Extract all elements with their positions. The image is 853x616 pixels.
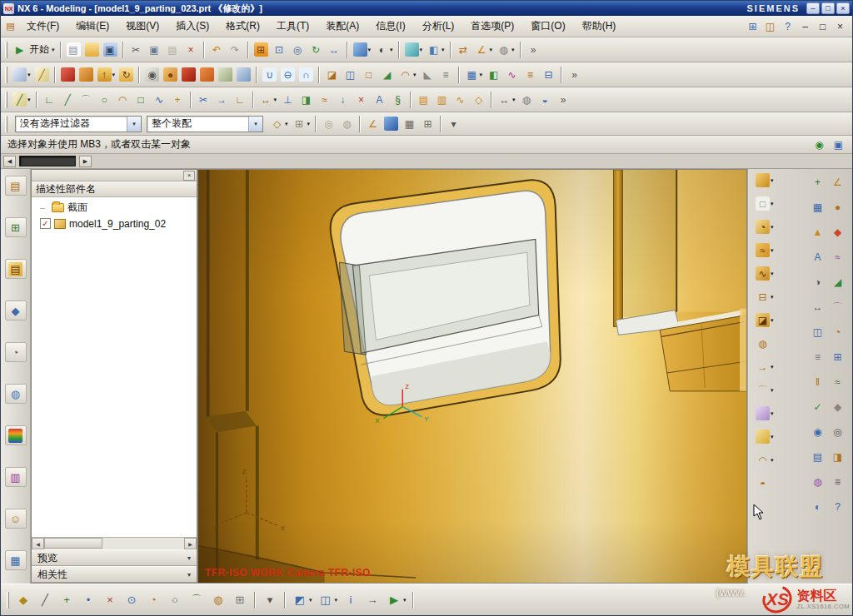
menu-format[interactable]: 格式(R) (217, 16, 268, 37)
column-header[interactable]: 描述性部件名 (32, 181, 197, 197)
split-body-icon[interactable]: ◫ (342, 66, 359, 83)
draft-icon[interactable]: ◢ (378, 66, 396, 83)
sew-icon[interactable]: ∿ (503, 66, 521, 83)
bounded-grid-icon[interactable]: ⊞ (230, 590, 250, 610)
control-point-icon[interactable]: • (78, 590, 98, 610)
toolbar-grip[interactable] (5, 92, 7, 108)
hd3d-tools-icon[interactable]: ◔ (5, 342, 27, 362)
camera-icon[interactable]: ◎ (830, 424, 847, 440)
unite-icon[interactable]: ∪ (261, 66, 278, 83)
revolve-icon[interactable]: ↻ (117, 66, 135, 83)
show-hide-icon[interactable]: ◍▾ (495, 41, 516, 58)
delete-icon[interactable]: × (182, 41, 200, 58)
swept-surface-icon[interactable]: ∿▾ (755, 266, 775, 281)
full-screen-icon[interactable]: ⊞ (744, 17, 761, 35)
point-icon[interactable]: + (169, 91, 187, 108)
assembly-navigator-icon[interactable]: ▤ (5, 176, 27, 196)
scope-dropdown[interactable]: 整个装配 ▾ (147, 116, 263, 132)
datum-csys-icon[interactable]: ∠ (830, 174, 847, 190)
mirror-curve-icon[interactable]: ◨ (297, 91, 315, 108)
shaded-display-icon[interactable]: ▾ (352, 41, 373, 58)
menu-edit[interactable]: 编辑(E) (67, 16, 117, 37)
sketch-in-task-icon[interactable]: ╱▾ (11, 91, 32, 108)
checkbox-checked-icon[interactable]: ✓ (40, 218, 51, 229)
section-dependencies[interactable]: 相关性 ▾ (32, 566, 197, 583)
cone-icon[interactable]: ▲ (810, 224, 827, 240)
close-icon[interactable]: × (183, 171, 195, 181)
end-point-icon[interactable]: ╱ (35, 590, 55, 610)
extension-surface-icon[interactable]: →▾ (755, 359, 775, 375)
chevron-down-icon[interactable]: ▾ (127, 117, 141, 132)
close-button[interactable]: × (836, 2, 850, 14)
through-curves-icon[interactable]: ▥ (433, 91, 451, 108)
sketch-icon[interactable]: ╱ (33, 66, 51, 83)
fillet-icon[interactable]: ◠ (114, 91, 132, 108)
prism-icon[interactable]: ◆ (830, 224, 847, 240)
quick-extend-icon[interactable]: → (213, 91, 231, 108)
mirror-feature-icon[interactable]: ◧ (485, 66, 502, 83)
dock-back-button[interactable]: ◀ (3, 156, 16, 167)
gauge-icon[interactable]: ◔ (830, 324, 847, 340)
line-icon[interactable]: ╱ (59, 91, 77, 108)
existing-point-icon[interactable]: ○ (165, 590, 185, 610)
tree-item-section[interactable]: ─ 截面 (32, 200, 197, 216)
dock-grip[interactable] (19, 156, 76, 166)
window-cascade-icon[interactable]: ◫ (761, 17, 779, 35)
close-child-icon[interactable]: × (831, 17, 849, 35)
preferences-icon[interactable]: ≡ (830, 474, 847, 489)
status-ball-icon[interactable]: ◉ (811, 136, 828, 153)
point-on-surface-icon[interactable]: ◍ (208, 590, 228, 610)
project-curve-icon[interactable]: ↓ (334, 91, 352, 108)
subtract-icon[interactable]: ⊖ (279, 66, 297, 83)
constraints-icon[interactable]: ⊥ (279, 91, 297, 108)
section-preview[interactable]: 预览 ▾ (32, 549, 197, 566)
web-browser-icon[interactable]: ◍ (5, 384, 27, 404)
reuse-library-icon[interactable]: ◆ (5, 301, 27, 320)
more-curves-icon[interactable]: » (555, 91, 572, 108)
quadrant-point-icon[interactable]: ◔ (143, 590, 163, 610)
offset-surface-icon[interactable]: ⊟▾ (755, 289, 775, 305)
grid-analysis-icon[interactable]: ⊞ (830, 349, 847, 365)
scroll-left-button[interactable]: ◀ (32, 538, 44, 549)
inferred-dimension-icon[interactable]: ↔▾ (257, 91, 279, 108)
shaded-cube-icon[interactable] (382, 115, 400, 132)
zoom-window-icon[interactable]: ⊡ (271, 41, 288, 58)
export-icon[interactable]: → (362, 590, 382, 610)
roles-gear-icon[interactable]: ◐ (810, 499, 827, 514)
cylinder-icon[interactable] (77, 66, 95, 83)
history-palette-icon[interactable] (5, 425, 27, 445)
highlight-icon[interactable]: ◎ (320, 115, 337, 132)
boss-icon[interactable]: ● (162, 66, 179, 83)
open-icon[interactable] (83, 41, 101, 58)
intersection-curve-icon[interactable]: × (352, 91, 370, 108)
zoom-inout-icon[interactable]: ◎ (289, 41, 307, 58)
fill-surface-icon[interactable]: ◍ (755, 335, 771, 351)
deviation-icon[interactable]: ≡ (810, 349, 827, 365)
edge-blend-icon[interactable]: ◠▾ (397, 66, 418, 83)
intersection-point-icon[interactable]: × (100, 590, 120, 610)
toolbar-grip[interactable] (5, 116, 7, 132)
part-navigator-icon[interactable]: ▤ (5, 259, 27, 279)
hole-icon[interactable]: ◉ (143, 66, 161, 83)
shell-icon[interactable]: □ (360, 66, 377, 83)
constraint-navigator-icon[interactable]: ⊞ (5, 217, 27, 237)
menu-expand-icon[interactable]: ▾ (445, 115, 462, 132)
pattern-feature-icon[interactable]: ▦▾ (463, 66, 485, 83)
appearance-icon[interactable]: ◍ (810, 474, 827, 489)
view-section-icon[interactable]: ◨ (830, 449, 847, 464)
reflect-analysis-icon[interactable]: ◑ (810, 274, 827, 290)
distance-analysis-icon[interactable]: ↔ (810, 299, 827, 315)
circle-icon[interactable]: ○ (96, 91, 113, 108)
model-scene[interactable]: Z X Y Z X Y (198, 170, 746, 583)
curvature-icon[interactable]: ⌒ (830, 299, 847, 315)
new-file-icon[interactable]: ▤ (65, 41, 82, 58)
menu-tools[interactable]: 工具(T) (268, 16, 317, 37)
object-display-icon[interactable]: ◍ (518, 91, 536, 108)
arc-center-icon[interactable]: ⊙ (122, 590, 142, 610)
save-icon[interactable]: ▣ (102, 41, 119, 58)
surface-analysis-icon[interactable]: ≈ (830, 249, 847, 265)
extrude-surface-icon[interactable]: ▾ (755, 172, 775, 188)
helix-icon[interactable]: § (389, 91, 407, 108)
pattern-geometry-icon[interactable]: ▦ (810, 199, 827, 215)
point-set-icon[interactable]: + (810, 174, 827, 190)
